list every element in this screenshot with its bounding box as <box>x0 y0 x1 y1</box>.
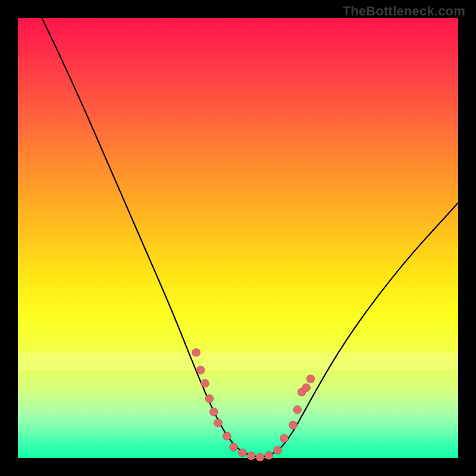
curve-marker <box>209 408 218 416</box>
curve-marker <box>302 384 311 392</box>
curve-marker <box>192 348 201 356</box>
bottleneck-curve <box>18 0 458 457</box>
curve-marker <box>205 394 214 403</box>
curve-marker <box>247 452 255 460</box>
curve-marker <box>214 419 223 427</box>
curve-marker <box>293 406 302 414</box>
curve-marker <box>196 366 205 374</box>
chart-plot-area <box>18 18 458 458</box>
curve-marker <box>238 449 246 457</box>
curve-marker <box>230 443 238 452</box>
curve-marker <box>289 421 298 430</box>
curve-marker <box>274 446 282 455</box>
watermark-text: TheBottleneck.com <box>343 4 465 19</box>
curve-marker <box>306 375 315 383</box>
curve-marker <box>223 432 231 440</box>
curve-marker <box>280 434 289 443</box>
curve-marker <box>265 452 273 460</box>
curve-marker <box>256 453 264 462</box>
curve-marker <box>201 379 209 387</box>
chart-svg <box>18 18 458 458</box>
